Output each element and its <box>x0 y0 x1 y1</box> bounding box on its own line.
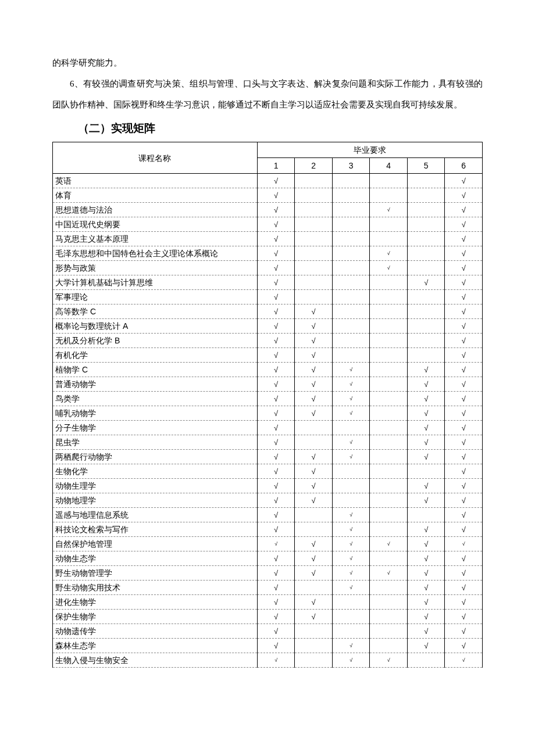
mark-cell: √ <box>445 203 483 217</box>
course-name-cell: 鸟类学 <box>53 392 258 406</box>
mark-cell: √ <box>407 363 445 377</box>
table-row: 无机及分析化学 B√√√ <box>53 334 483 348</box>
mark-cell: √ <box>445 639 483 653</box>
mark-cell: √ <box>332 435 370 450</box>
course-name-cell: 野生动物实用技术 <box>53 581 258 595</box>
mark-cell: √ <box>445 537 483 551</box>
mark-cell: √ <box>445 377 483 392</box>
mark-cell: √ <box>445 246 483 261</box>
mark-cell <box>332 232 370 246</box>
course-name-cell: 遥感与地理信息系统 <box>53 508 258 522</box>
mark-cell <box>370 522 408 537</box>
mark-cell <box>370 508 408 522</box>
mark-cell: √ <box>257 334 295 348</box>
mark-cell <box>332 217 370 232</box>
mark-cell: √ <box>332 653 370 668</box>
mark-cell: √ <box>295 334 333 348</box>
mark-cell: √ <box>295 551 333 566</box>
course-name-cell: 自然保护地管理 <box>53 537 258 551</box>
mark-cell <box>370 174 408 188</box>
mark-cell: √ <box>445 595 483 610</box>
course-name-cell: 高等数学 C <box>53 304 258 319</box>
mark-cell <box>295 261 333 275</box>
mark-cell <box>407 653 445 668</box>
course-name-cell: 毛泽东思想和中国特色社会主义理论体系概论 <box>53 246 258 261</box>
mark-cell <box>370 450 408 464</box>
mark-cell: √ <box>445 392 483 406</box>
mark-cell <box>332 261 370 275</box>
table-row: 野生动物实用技术√√√√ <box>53 581 483 595</box>
course-name-cell: 森林生态学 <box>53 639 258 653</box>
mark-cell: √ <box>332 522 370 537</box>
header-req-1: 1 <box>257 158 295 174</box>
mark-cell <box>332 246 370 261</box>
header-req-2: 2 <box>295 158 333 174</box>
mark-cell: √ <box>407 566 445 581</box>
mark-cell: √ <box>407 421 445 435</box>
table-row: 动物地理学√√√√ <box>53 493 483 508</box>
mark-cell: √ <box>332 363 370 377</box>
mark-cell: √ <box>257 304 295 319</box>
mark-cell: √ <box>257 348 295 363</box>
mark-cell: √ <box>257 377 295 392</box>
mark-cell: √ <box>295 319 333 334</box>
mark-cell <box>370 493 408 508</box>
mark-cell: √ <box>407 537 445 551</box>
mark-cell: √ <box>445 275 483 290</box>
mark-cell: √ <box>445 188 483 203</box>
mark-cell: √ <box>445 319 483 334</box>
table-row: 思想道德与法治√√√ <box>53 203 483 217</box>
mark-cell: √ <box>445 522 483 537</box>
mark-cell <box>295 188 333 203</box>
mark-cell <box>370 479 408 493</box>
mark-cell <box>407 203 445 217</box>
mark-cell: √ <box>445 363 483 377</box>
course-name-cell: 军事理论 <box>53 290 258 304</box>
mark-cell: √ <box>257 610 295 624</box>
mark-cell: √ <box>407 624 445 639</box>
mark-cell <box>332 479 370 493</box>
mark-cell: √ <box>295 479 333 493</box>
table-row: 自然保护地管理√√√√√√ <box>53 537 483 551</box>
mark-cell: √ <box>257 566 295 581</box>
mark-cell <box>295 174 333 188</box>
mark-cell <box>370 464 408 479</box>
header-req-4: 4 <box>370 158 408 174</box>
table-row: 毛泽东思想和中国特色社会主义理论体系概论√√√ <box>53 246 483 261</box>
mark-cell: √ <box>332 377 370 392</box>
mark-cell: √ <box>295 392 333 406</box>
mark-cell: √ <box>257 450 295 464</box>
course-name-cell: 形势与政策 <box>53 261 258 275</box>
mark-cell: √ <box>332 639 370 653</box>
mark-cell: √ <box>445 464 483 479</box>
mark-cell: √ <box>257 392 295 406</box>
table-row: 生物入侵与生物安全√√√√ <box>53 653 483 668</box>
mark-cell: √ <box>257 363 295 377</box>
course-name-cell: 大学计算机基础与计算思维 <box>53 275 258 290</box>
mark-cell: √ <box>332 392 370 406</box>
mark-cell <box>370 639 408 653</box>
table-row: 高等数学 C√√√ <box>53 304 483 319</box>
table-row: 分子生物学√√√ <box>53 421 483 435</box>
mark-cell <box>370 304 408 319</box>
mark-cell: √ <box>445 421 483 435</box>
mark-cell: √ <box>370 653 408 668</box>
mark-cell: √ <box>332 551 370 566</box>
course-name-cell: 生物化学 <box>53 464 258 479</box>
mark-cell: √ <box>445 581 483 595</box>
mark-cell: √ <box>445 261 483 275</box>
mark-cell: √ <box>445 566 483 581</box>
course-name-cell: 昆虫学 <box>53 435 258 450</box>
course-name-cell: 野生动物管理学 <box>53 566 258 581</box>
table-row: 有机化学√√√ <box>53 348 483 363</box>
mark-cell <box>370 188 408 203</box>
mark-cell: √ <box>445 450 483 464</box>
mark-cell: √ <box>407 406 445 421</box>
mark-cell <box>332 595 370 610</box>
table-row: 大学计算机基础与计算思维√√√ <box>53 275 483 290</box>
mark-cell: √ <box>332 581 370 595</box>
mark-cell <box>407 261 445 275</box>
course-name-cell: 思想道德与法治 <box>53 203 258 217</box>
mark-cell: √ <box>407 522 445 537</box>
mark-cell: √ <box>445 508 483 522</box>
